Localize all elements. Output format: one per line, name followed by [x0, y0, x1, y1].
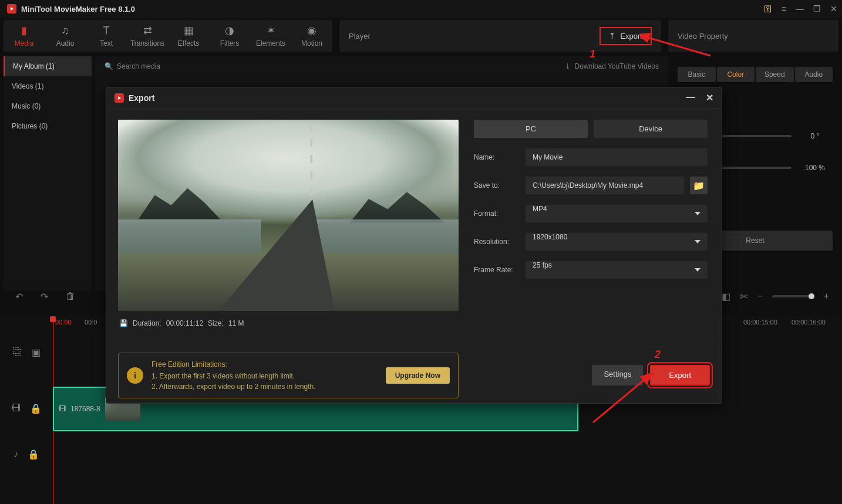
titlebar-left: MiniTool MovieMaker Free 8.1.0: [7, 4, 135, 13]
format-select[interactable]: MP4: [526, 205, 708, 222]
export-dialog-body: 💾 Duration: 00:00:11:12 Size: 11 M PC De…: [106, 109, 722, 347]
limitations-title: Free Edition Limitations:: [151, 359, 378, 370]
tl-tools-audio: ♪ 🔒: [0, 449, 53, 460]
tab-elements[interactable]: ✶Elements: [250, 24, 291, 48]
property-tab-color[interactable]: Color: [717, 67, 755, 82]
key-icon[interactable]: ⚿: [764, 4, 772, 13]
property-tab-speed[interactable]: Speed: [756, 67, 794, 82]
download-youtube-button[interactable]: ⭳ Download YouTube Videos: [564, 62, 659, 70]
property-tab-basic[interactable]: Basic: [678, 67, 716, 82]
sidebar-item-music[interactable]: Music (0): [4, 96, 92, 116]
form-row-resolution: Resolution: 1920x1080: [474, 233, 708, 251]
duration-label: Duration:: [133, 319, 161, 327]
framerate-select[interactable]: 25 fps: [526, 261, 708, 279]
zoom-in-icon[interactable]: +: [824, 291, 829, 302]
clip-film-icon: 🎞: [59, 405, 66, 413]
browse-button[interactable]: 📁: [690, 177, 708, 194]
sidebar-item-videos[interactable]: Videos (1): [4, 76, 92, 96]
tab-audio[interactable]: ♫Audio: [45, 25, 86, 48]
export-info-row: 💾 Duration: 00:00:11:12 Size: 11 M: [118, 311, 459, 330]
export-dialog: Export — ✕ 💾 Duration: 00:00:11:12 Size:…: [106, 87, 722, 404]
upload-icon: ⤒: [609, 32, 615, 40]
video-property-header: Video Property: [668, 20, 838, 52]
app-title: MiniTool MovieMaker Free 8.1.0: [21, 5, 135, 13]
export-button-top-label: Export: [620, 32, 642, 40]
titlebar-right: ⚿ ≡ — ❐ ✕: [764, 4, 837, 13]
dialog-minimize-icon[interactable]: —: [686, 92, 695, 103]
tl-tools-video: 🎞 🔒: [0, 403, 53, 414]
maximize-icon[interactable]: ❐: [813, 4, 821, 13]
property-tab-audio[interactable]: Audio: [795, 67, 833, 82]
zoom-slider[interactable]: [772, 295, 814, 297]
folder-icon: ▮: [4, 24, 45, 37]
search-icon: 🔍: [105, 62, 113, 70]
tab-filters[interactable]: ◑Filters: [209, 24, 250, 48]
property-tabs: Basic Color Speed Audio: [678, 67, 833, 82]
export-button[interactable]: Export: [650, 365, 710, 385]
effects-icon: ▦: [168, 24, 209, 37]
download-youtube-label: Download YouTube Videos: [575, 62, 659, 70]
paste-icon[interactable]: ▣: [32, 347, 41, 358]
framerate-label: Frame Rate:: [474, 266, 520, 274]
time-tick-r1: 00:00:15:00: [743, 319, 777, 326]
player-title: Player: [349, 32, 371, 40]
tool-icon-2[interactable]: ✄: [740, 291, 747, 302]
size-value: 11 M: [228, 319, 244, 327]
asset-tabs: ▮Media ♫Audio TText ⇄Transitions ▦Effect…: [4, 20, 332, 52]
motion-icon: ◉: [291, 24, 332, 37]
settings-button[interactable]: Settings: [592, 365, 643, 385]
tab-motion[interactable]: ◉Motion: [291, 24, 332, 48]
dest-tab-pc[interactable]: PC: [474, 120, 588, 138]
lock-audio-icon[interactable]: 🔒: [28, 449, 39, 460]
titlebar: MiniTool MovieMaker Free 8.1.0 ⚿ ≡ — ❐ ✕: [0, 0, 842, 18]
tab-text[interactable]: TText: [86, 25, 127, 48]
trash-icon[interactable]: 🗑: [66, 291, 75, 302]
lock-icon[interactable]: 🔒: [30, 403, 42, 414]
form-row-format: Format: MP4: [474, 205, 708, 222]
export-preview-image: [118, 120, 459, 311]
save-path-input[interactable]: [526, 177, 684, 194]
info-icon: i: [127, 367, 143, 384]
save-label: Save to:: [474, 181, 520, 190]
rotation-value: 0 °: [797, 132, 833, 140]
copy-icon[interactable]: ⿻: [13, 347, 22, 358]
zoom-out-icon[interactable]: −: [757, 291, 762, 302]
sidebar-item-pictures[interactable]: Pictures (0): [4, 116, 92, 136]
tab-effects[interactable]: ▦Effects: [168, 24, 209, 48]
tab-media[interactable]: ▮Media: [4, 24, 45, 48]
video-property-title: Video Property: [678, 32, 728, 40]
video-track-icon[interactable]: 🎞: [11, 403, 21, 414]
close-icon[interactable]: ✕: [830, 4, 837, 13]
download-icon: ⭳: [564, 62, 571, 70]
export-preview-side: 💾 Duration: 00:00:11:12 Size: 11 M: [118, 120, 459, 347]
minimize-icon[interactable]: —: [796, 4, 804, 13]
dialog-logo-icon: [114, 93, 124, 103]
scale-value: 100 %: [797, 164, 833, 172]
dest-tab-device[interactable]: Device: [594, 120, 708, 138]
tab-transitions[interactable]: ⇄Transitions: [127, 24, 168, 48]
menu-icon[interactable]: ≡: [782, 4, 786, 13]
tool-icon-1[interactable]: ◧: [722, 291, 730, 302]
size-label: Size:: [208, 319, 224, 327]
media-browser-header: 🔍 Search media ⭳ Download YouTube Videos: [95, 56, 668, 76]
time-tick-1: 00:0: [85, 319, 97, 326]
name-input[interactable]: [526, 148, 708, 166]
upgrade-button[interactable]: Upgrade Now: [386, 367, 450, 384]
tl-tools-1: ⿻ ▣: [0, 347, 53, 358]
form-row-framerate: Frame Rate: 25 fps: [474, 261, 708, 279]
filters-icon: ◑: [209, 24, 250, 37]
limitations-line1: 1. Export the first 3 videos without len…: [151, 372, 295, 380]
redo-icon[interactable]: ↷: [41, 291, 48, 302]
audio-track-icon[interactable]: ♪: [14, 449, 18, 460]
timeline-tools-row-audio: ♪ 🔒: [0, 439, 842, 469]
undo-icon[interactable]: ↶: [15, 291, 23, 302]
resolution-label: Resolution:: [474, 238, 520, 246]
resolution-select[interactable]: 1920x1080: [526, 233, 708, 251]
search-wrapper[interactable]: 🔍 Search media: [105, 62, 160, 70]
player-header: Player ⤒ Export: [339, 20, 661, 52]
form-row-name: Name:: [474, 148, 708, 166]
export-dialog-footer: i Free Edition Limitations: 1. Export th…: [106, 347, 722, 403]
export-button-top[interactable]: ⤒ Export: [599, 27, 652, 45]
dialog-close-icon[interactable]: ✕: [706, 92, 713, 103]
sidebar-item-myalbum[interactable]: My Album (1): [4, 56, 92, 76]
